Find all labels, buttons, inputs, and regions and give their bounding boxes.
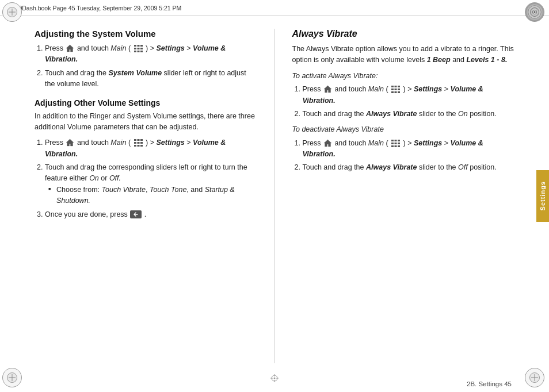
act-s1-main: Main [368, 85, 384, 93]
svg-rect-34 [395, 140, 397, 141]
svg-rect-11 [134, 51, 136, 52]
column-divider [274, 29, 275, 363]
header-bar: M850Dash.book Page 45 Tuesday, September… [0, 0, 549, 16]
home-icon-2 [66, 139, 74, 147]
svg-rect-30 [391, 91, 394, 93]
step3-period: . [144, 210, 146, 218]
svg-rect-6 [137, 45, 139, 47]
corner-tr [525, 2, 547, 24]
svg-rect-17 [134, 142, 136, 144]
svg-rect-37 [395, 143, 397, 144]
header-text: M850Dash.book Page 45 Tuesday, September… [7, 5, 181, 11]
footer: 2B. Settings 45 [467, 381, 512, 387]
activate-step1: Press and touch Main ( [303, 84, 515, 106]
svg-rect-12 [137, 51, 139, 52]
home-icon-3 [323, 85, 332, 94]
deact-s2-text: Touch and drag the Always Vibrate slider… [303, 163, 497, 171]
left-column: Adjusting the System Volume Press and to… [35, 16, 257, 369]
section2-step2: Touch and drag the corresponding sliders… [45, 162, 257, 207]
section2-step1: Press and touch Main ( [45, 137, 257, 160]
settings-tab: Settings [536, 170, 549, 222]
grid-icon-4 [391, 139, 401, 148]
svg-rect-32 [398, 91, 400, 93]
step3-text: Once you are done, press [45, 210, 129, 218]
svg-rect-13 [140, 51, 143, 52]
section2-intro: In addition to the Ringer and System Vol… [35, 111, 257, 133]
section1-step2: Touch and drag the System Volume slider … [45, 68, 257, 90]
deact-s1-text2: ( [386, 139, 388, 147]
svg-rect-8 [134, 48, 136, 49]
deactivate-step2: Touch and drag the Always Vibrate slider… [303, 162, 515, 173]
act-s1-text2: ( [386, 85, 388, 93]
deact-s1-text: and touch [334, 139, 368, 147]
footer-section: 2B. Settings [467, 381, 502, 387]
svg-rect-10 [140, 48, 143, 49]
section2-steps: Press and touch Main ( [35, 137, 257, 220]
svg-rect-25 [395, 86, 397, 87]
grid-icon-1 [134, 44, 143, 53]
grid-icon-2 [134, 139, 143, 147]
svg-rect-38 [398, 143, 400, 144]
activate-step2: Touch and drag the Always Vibrate slider… [303, 109, 515, 120]
bottom-center-marker [270, 374, 279, 384]
section2-step3: Once you are done, press . [45, 209, 257, 220]
deactivate-label: To deactivate Always Vibrate [292, 124, 515, 135]
act-s2-text: Touch and drag the Always Vibrate slider… [303, 110, 497, 118]
svg-rect-7 [140, 45, 143, 47]
svg-rect-5 [134, 45, 136, 47]
one-beep: 1 Beep [427, 56, 451, 64]
svg-point-43 [274, 378, 276, 379]
home-icon [66, 44, 74, 53]
svg-rect-36 [391, 143, 394, 144]
bullet-item: Choose from: Touch Vibrate, Touch Tone, … [56, 185, 257, 207]
act-s1-text: and touch [334, 85, 368, 93]
always-vibrate-intro: The Always Vibrate option allows you to … [292, 44, 515, 66]
back-icon [130, 210, 142, 218]
and-text: and [452, 56, 466, 64]
svg-rect-16 [140, 139, 143, 141]
grid-icon-3 [391, 85, 401, 94]
section1-title: Adjusting the System Volume [35, 29, 257, 39]
footer-page: 45 [504, 381, 512, 387]
deactivate-steps: Press and touch Main ( [292, 138, 515, 174]
always-vibrate-title: Always Vibrate [292, 29, 515, 39]
corner-tl [2, 2, 24, 24]
svg-rect-24 [391, 86, 394, 87]
svg-rect-14 [134, 139, 136, 141]
svg-rect-28 [395, 89, 397, 90]
corner-bl [2, 368, 24, 390]
svg-rect-19 [140, 142, 143, 144]
svg-rect-41 [398, 145, 400, 147]
levels: Levels 1 - 8. [466, 56, 507, 64]
section1-steps: Press and touch Main ( [35, 43, 257, 90]
svg-rect-27 [391, 89, 394, 90]
section2-title: Adjusting Other Volume Settings [35, 98, 257, 107]
step2-text: Touch and drag the System Volume slider … [45, 69, 246, 88]
s2-step1-text: and touch [77, 139, 110, 147]
svg-rect-29 [398, 89, 400, 90]
s2-step1-press: Press [45, 139, 65, 147]
content-area: Adjusting the System Volume Press and to… [35, 16, 514, 369]
s2-step1-text2: ( [128, 139, 131, 147]
home-icon-4 [323, 139, 332, 148]
svg-rect-33 [391, 140, 394, 141]
right-column: Always Vibrate The Always Vibrate option… [292, 16, 515, 369]
svg-rect-35 [398, 140, 400, 141]
corner-br [525, 368, 547, 390]
svg-rect-21 [137, 145, 139, 147]
s2-step1-main: Main [110, 139, 126, 147]
deact-s1-main: Main [368, 139, 384, 147]
svg-rect-26 [398, 86, 400, 87]
section1-step1: Press and touch Main ( [45, 43, 257, 66]
step1-main: Main [110, 44, 126, 52]
svg-rect-31 [395, 91, 397, 93]
step1-text1: and touch [77, 44, 110, 52]
svg-rect-22 [140, 145, 143, 147]
deact-s1-press: Press [303, 139, 323, 147]
svg-rect-15 [137, 139, 139, 141]
svg-rect-40 [395, 145, 397, 147]
settings-tab-label: Settings [539, 181, 546, 210]
svg-rect-20 [134, 145, 136, 147]
step1-press: Press [45, 44, 65, 52]
svg-point-4 [534, 11, 536, 13]
